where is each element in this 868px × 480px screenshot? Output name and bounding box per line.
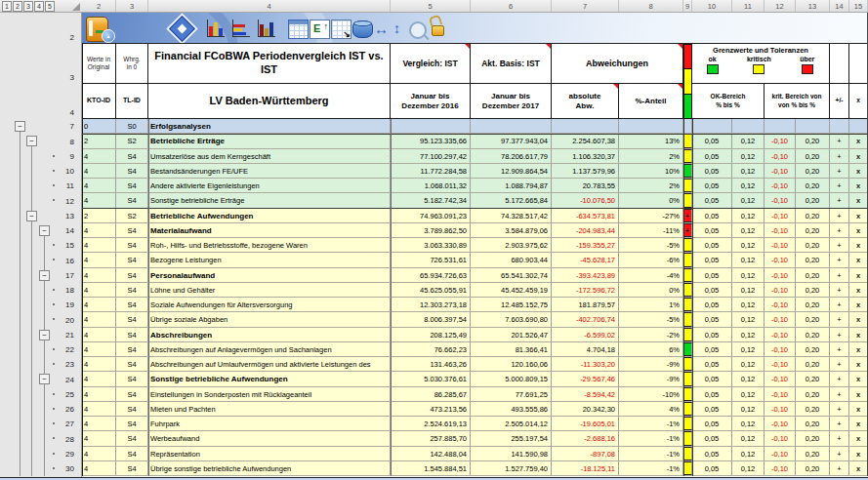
tolerance-cell[interactable]: 0,20: [796, 134, 830, 148]
kto-cell[interactable]: 4: [82, 447, 116, 460]
row-header[interactable]: 27: [37, 417, 78, 431]
row-header[interactable]: 13: [37, 209, 78, 223]
tolerance-cell[interactable]: 0,12: [732, 164, 765, 178]
plus-minus-cell[interactable]: +: [830, 431, 849, 446]
v17-cell[interactable]: 120.160,06: [471, 357, 552, 371]
tolerance-cell[interactable]: 0,12: [732, 417, 765, 430]
outline-collapse-button[interactable]: [39, 270, 50, 281]
tolerance-cell[interactable]: 0,05: [692, 312, 732, 327]
column-header[interactable]: 8: [619, 0, 683, 12]
close-cell[interactable]: x: [849, 342, 868, 356]
outline-level-2-button[interactable]: 2: [13, 1, 22, 12]
v17-cell[interactable]: 493.555,86: [471, 402, 552, 416]
name-cell[interactable]: Fuhrpark: [148, 417, 391, 430]
outline-collapse-button[interactable]: [15, 121, 25, 132]
abw-cell[interactable]: 181.879,57: [552, 298, 619, 311]
v16-cell[interactable]: 131.463,26: [391, 357, 471, 371]
v16-cell[interactable]: 2.524.619,13: [391, 417, 471, 430]
traffic-light-cell[interactable]: [683, 372, 692, 386]
tolerance-cell[interactable]: -0,10: [765, 357, 796, 371]
abw-cell[interactable]: -8.594,42: [552, 387, 619, 401]
v16-cell[interactable]: 65.934.726,63: [391, 268, 471, 282]
tolerance-cell[interactable]: 0,05: [692, 209, 732, 222]
row-header[interactable]: 25: [37, 387, 78, 402]
close-cell[interactable]: x: [849, 268, 868, 282]
plus-minus-cell[interactable]: +: [830, 209, 849, 222]
kto-cell[interactable]: 4: [82, 238, 116, 252]
abw-cell[interactable]: -402.706,74: [552, 312, 619, 327]
traffic-light-cell[interactable]: [683, 328, 692, 341]
name-cell[interactable]: Bestandsänderungen FE/UFE: [148, 164, 391, 178]
row-header[interactable]: 30: [37, 461, 78, 476]
tolerance-cell[interactable]: 0,05: [692, 298, 732, 311]
abw-cell[interactable]: -2.688,16: [552, 431, 619, 446]
close-cell[interactable]: x: [849, 417, 868, 430]
tl-cell[interactable]: S4: [116, 431, 148, 446]
tolerance-cell[interactable]: 0,12: [732, 312, 765, 327]
column-header[interactable]: 15: [849, 0, 868, 12]
traffic-light-cell[interactable]: [683, 461, 692, 475]
name-cell[interactable]: Repräsentation: [148, 447, 391, 460]
v16-cell[interactable]: [391, 119, 471, 133]
tolerance-cell[interactable]: 0,12: [732, 209, 765, 222]
v16-cell[interactable]: 1.545.884,51: [391, 461, 471, 475]
plus-minus-cell[interactable]: +: [830, 372, 849, 386]
abw-cell[interactable]: -897,08: [552, 447, 619, 460]
close-cell[interactable]: x: [849, 253, 868, 267]
v17-cell[interactable]: 7.603.690,80: [471, 312, 552, 327]
critical-range-header[interactable]: krit. Bereich vonvon % bis %: [765, 84, 830, 119]
pct-cell[interactable]: -1%: [619, 417, 683, 430]
kto-cell[interactable]: 4: [82, 223, 116, 237]
tl-cell[interactable]: S4: [116, 298, 148, 311]
abw-cell[interactable]: -11.303,20: [552, 357, 619, 371]
tolerance-cell[interactable]: -0,10: [765, 209, 796, 222]
v17-cell[interactable]: 255.197,54: [471, 431, 552, 446]
plus-minus-cell[interactable]: +: [830, 179, 849, 192]
traffic-light-cell[interactable]: [683, 417, 692, 430]
traffic-light-cell[interactable]: [683, 342, 692, 356]
tolerance-cell[interactable]: 0,12: [732, 268, 765, 282]
tolerance-cell[interactable]: 0,05: [692, 342, 732, 356]
v17-cell[interactable]: [471, 119, 552, 133]
lock-open-icon[interactable]: [429, 17, 445, 38]
close-cell[interactable]: x: [849, 223, 868, 237]
tolerance-cell[interactable]: 0,20: [796, 417, 830, 430]
column-header[interactable]: 5: [391, 0, 471, 12]
column-header[interactable]: 7: [552, 0, 619, 12]
traffic-light-cell[interactable]: [683, 164, 692, 178]
excel-export-icon[interactable]: [310, 20, 330, 39]
tolerance-cell[interactable]: -0,10: [765, 402, 796, 416]
row-header[interactable]: 3: [37, 44, 78, 84]
tolerance-cell[interactable]: 0,20: [796, 431, 830, 446]
pct-cell[interactable]: -1%: [619, 447, 683, 460]
close-cell[interactable]: x: [849, 402, 868, 416]
tolerance-cell[interactable]: -0,10: [765, 447, 796, 460]
database-icon[interactable]: [352, 20, 373, 38]
tl-id-header[interactable]: TL-ID: [116, 84, 148, 119]
plus-minus-cell[interactable]: [830, 119, 849, 133]
v16-cell[interactable]: 86.285,67: [391, 387, 471, 401]
close-cell[interactable]: x: [849, 179, 868, 192]
tolerance-cell[interactable]: 0,12: [732, 402, 765, 416]
v16-cell[interactable]: 77.100.297,42: [391, 149, 471, 163]
kto-cell[interactable]: 4: [82, 268, 116, 282]
tolerance-cell[interactable]: 0,05: [692, 461, 732, 475]
name-cell[interactable]: Übrige soziale Abgaben: [148, 312, 391, 327]
abw-cell[interactable]: -393.423,89: [552, 268, 619, 282]
v17-cell[interactable]: 680.903,44: [471, 253, 552, 267]
column-header[interactable]: 10: [692, 0, 732, 12]
plus-minus-cell[interactable]: +: [830, 223, 849, 237]
plus-minus-cell[interactable]: +: [830, 164, 849, 178]
name-cell[interactable]: Löhne und Gehälter: [148, 283, 391, 297]
tolerance-cell[interactable]: 0,05: [692, 149, 732, 163]
traffic-light-cell[interactable]: [683, 253, 692, 267]
abw-cell[interactable]: 4.704,18: [552, 342, 619, 356]
abw-cell[interactable]: -6.599,02: [552, 328, 619, 341]
outline-collapse-button[interactable]: [39, 374, 50, 384]
tolerance-cell[interactable]: 0,05: [692, 179, 732, 192]
v16-cell[interactable]: 8.006.397,54: [391, 312, 471, 327]
tolerance-cell[interactable]: 0,20: [796, 387, 830, 401]
v16-cell[interactable]: 3.063.330,89: [391, 238, 471, 252]
tl-cell[interactable]: S4: [116, 387, 148, 401]
pivot-table-icon[interactable]: [331, 20, 351, 39]
